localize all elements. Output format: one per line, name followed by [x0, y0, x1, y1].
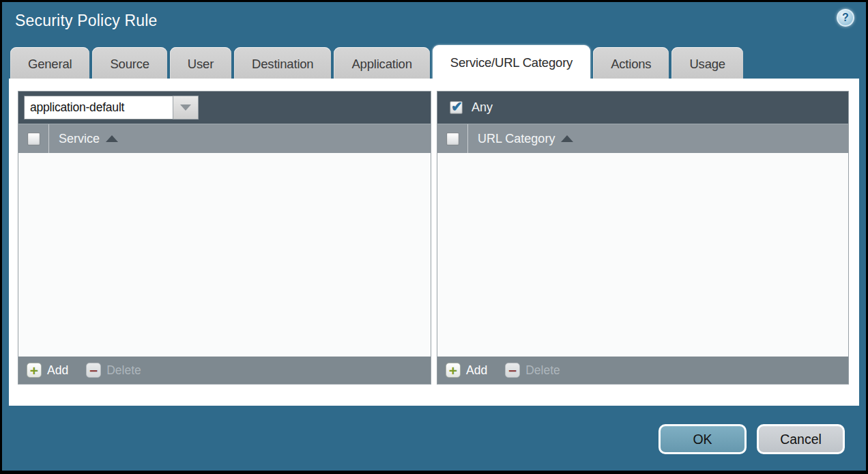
- service-dropdown-button[interactable]: [173, 96, 199, 120]
- plus-icon: +: [27, 363, 42, 378]
- dialog-button-bar: OK Cancel: [659, 424, 845, 454]
- select-all-url-categories-checkbox[interactable]: [446, 133, 459, 145]
- any-label: Any: [472, 100, 493, 115]
- ok-button[interactable]: OK: [659, 424, 747, 454]
- tab-user[interactable]: User: [170, 47, 231, 81]
- select-all-services-checkbox[interactable]: [27, 133, 40, 145]
- service-column-label-cell[interactable]: Service: [49, 124, 118, 153]
- tab-source[interactable]: Source: [92, 47, 167, 81]
- service-dropdown-value[interactable]: application-default: [24, 96, 173, 120]
- minus-icon: −: [505, 363, 520, 378]
- delete-service-label: Delete: [106, 363, 141, 378]
- tab-usage[interactable]: Usage: [671, 47, 742, 81]
- tab-destination[interactable]: Destination: [234, 47, 331, 81]
- delete-service-button[interactable]: − Delete: [86, 363, 141, 378]
- url-category-column-header: URL Category: [437, 124, 848, 153]
- add-service-button[interactable]: + Add: [27, 363, 68, 378]
- sort-ascending-icon: [561, 135, 573, 142]
- dialog-content: application-default Service +: [9, 79, 859, 406]
- add-service-label: Add: [47, 363, 68, 378]
- url-category-column-label-cell[interactable]: URL Category: [468, 124, 573, 153]
- url-category-panel-header: Any: [437, 92, 848, 124]
- url-category-column-label: URL Category: [478, 132, 555, 146]
- url-category-panel: Any URL Category + Add −: [437, 91, 849, 385]
- sort-ascending-icon: [106, 135, 118, 142]
- tab-actions[interactable]: Actions: [593, 47, 669, 81]
- any-checkbox-row[interactable]: Any: [443, 100, 493, 115]
- service-dropdown[interactable]: application-default: [24, 96, 199, 120]
- url-category-list[interactable]: [437, 153, 848, 357]
- help-icon[interactable]: ?: [837, 9, 854, 27]
- service-column-header: Service: [18, 124, 431, 153]
- minus-icon: −: [86, 363, 101, 378]
- add-url-category-button[interactable]: + Add: [446, 363, 487, 378]
- service-panel-header: application-default: [18, 92, 431, 124]
- security-policy-rule-dialog: Security Policy Rule ? GeneralSourceUser…: [2, 2, 866, 471]
- service-panel-footer: + Add − Delete: [18, 357, 431, 384]
- plus-icon: +: [446, 363, 461, 378]
- cancel-button[interactable]: Cancel: [757, 424, 845, 454]
- delete-url-category-label: Delete: [525, 363, 560, 378]
- url-category-select-all-cell: [437, 124, 468, 153]
- help-icon-glyph: ?: [842, 12, 849, 24]
- url-category-panel-footer: + Add − Delete: [437, 357, 848, 384]
- tab-service-url-category[interactable]: Service/URL Category: [433, 45, 590, 81]
- tab-bar: GeneralSourceUserDestinationApplicationS…: [10, 47, 743, 81]
- service-column-label: Service: [59, 132, 100, 146]
- tab-application[interactable]: Application: [334, 47, 429, 81]
- service-select-all-cell: [18, 124, 49, 153]
- dialog-title: Security Policy Rule: [15, 12, 158, 30]
- add-url-category-label: Add: [466, 363, 487, 378]
- service-list[interactable]: [18, 153, 431, 357]
- delete-url-category-button[interactable]: − Delete: [505, 363, 560, 378]
- any-checkbox[interactable]: [450, 101, 463, 114]
- service-panel: application-default Service +: [18, 91, 431, 385]
- tab-general[interactable]: General: [10, 47, 89, 81]
- chevron-down-icon: [180, 104, 191, 111]
